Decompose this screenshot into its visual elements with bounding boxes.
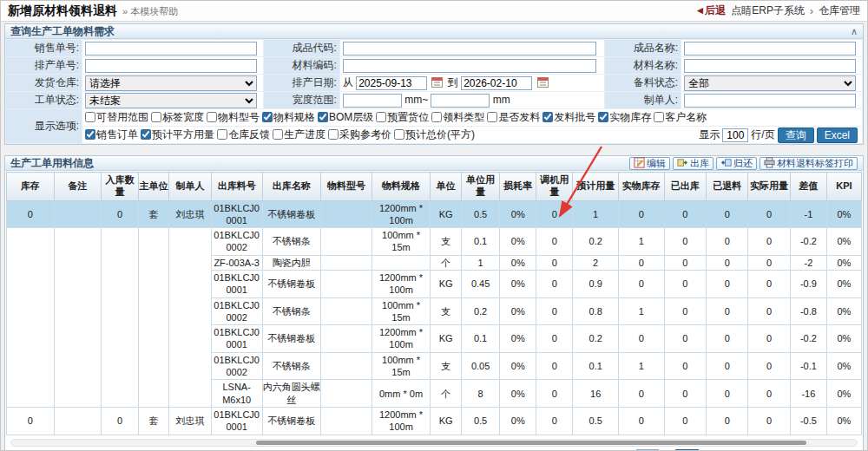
cell-inbound-qty: 0 (102, 200, 138, 228)
display-option-10[interactable]: 实物库存 (598, 111, 651, 123)
material-name-input[interactable] (684, 59, 856, 73)
cell-physical-stock: 1 (618, 228, 664, 256)
cell-machine-usage: 0 (536, 200, 573, 228)
cell-maker: 刘忠琪 (169, 407, 211, 435)
prepare-status-select[interactable]: 全部 (684, 75, 856, 91)
display-option-5-checkbox[interactable] (318, 112, 328, 122)
display-option-7[interactable]: 领料类型 (431, 111, 484, 123)
column-header-out-item-code: 出库料号 (211, 173, 262, 201)
cell-unit: 个 (431, 380, 462, 408)
display-option-8-checkbox[interactable] (487, 112, 497, 122)
product-name-input[interactable] (684, 42, 856, 56)
width-max-input[interactable] (431, 94, 490, 108)
display-option-6[interactable]: 预置货位 (376, 111, 429, 123)
date-from-input[interactable] (356, 76, 427, 90)
display-option-1-checkbox[interactable] (85, 112, 95, 122)
sales-order-input[interactable] (85, 42, 257, 56)
cell-loss-rate: 0% (500, 228, 536, 256)
calendar-icon[interactable] (537, 76, 549, 90)
module-help-link[interactable]: » 本模块帮助 (122, 5, 178, 18)
cell-loss-rate: 0% (500, 297, 536, 325)
page-size-input[interactable] (722, 128, 748, 142)
material-code-input[interactable] (343, 59, 596, 73)
display-option-b-4[interactable]: 生产进度 (273, 128, 326, 141)
schedule-order-input[interactable] (85, 59, 257, 73)
cell-kpi: 0% (826, 380, 861, 408)
cell-difference: -2 (790, 255, 826, 270)
search-button[interactable]: 查询 (778, 127, 814, 143)
cell-outbound-qty: 0 (664, 407, 706, 435)
width-min-input[interactable] (343, 94, 402, 108)
edit-button[interactable]: 编辑 (629, 157, 670, 170)
display-option-b-1-checkbox[interactable] (85, 129, 95, 140)
display-option-b-5-checkbox[interactable] (328, 129, 339, 140)
display-option-8[interactable]: 是否发料 (487, 111, 540, 123)
material-name-label: 材料名称: (605, 57, 681, 75)
display-option-b-3-checkbox[interactable] (217, 129, 227, 140)
display-option-2-checkbox[interactable] (151, 112, 161, 122)
display-option-9-checkbox[interactable] (542, 112, 553, 122)
display-option-b-2[interactable]: 预计平方用量 (141, 128, 214, 141)
display-option-2[interactable]: 标签宽度 (151, 111, 204, 123)
cell-kpi: 0% (826, 200, 861, 228)
cell-out-item-name: 陶瓷内胆 (262, 255, 320, 270)
collapse-icon[interactable]: ∧ (851, 26, 858, 37)
display-option-3[interactable]: 物料型号 (207, 111, 260, 123)
display-option-7-checkbox[interactable] (431, 112, 442, 122)
display-option-b-5[interactable]: 采购参考价 (328, 128, 391, 141)
column-header-machine-usage: 调机用量 (536, 173, 573, 201)
cell-unit: 个 (431, 255, 462, 270)
display-option-b-6-checkbox[interactable] (394, 129, 404, 140)
display-option-1[interactable]: 可替用范围 (85, 111, 148, 123)
breadcrumb-app[interactable]: 点睛ERP子系统 (731, 3, 805, 18)
cell-unit: 支 (431, 297, 462, 325)
return-button[interactable]: 归还 (716, 157, 757, 170)
table-row-2[interactable]: 01BKLCJ00002不锈钢条100mm * 15m支0.10%00.2100… (7, 228, 862, 256)
display-option-10-checkbox[interactable] (598, 112, 608, 122)
excel-button[interactable]: Excel (817, 127, 858, 143)
table-row-9[interactable]: 00套刘忠琪01BKLCJ00001不锈钢卷板1200mm * 100mKG0.… (7, 407, 862, 435)
calendar-icon[interactable] (431, 76, 443, 90)
print-label-button[interactable]: 材料退料标签打印 (760, 157, 858, 170)
cell-machine-usage: 0 (536, 407, 573, 435)
scrollbar-thumb[interactable] (256, 441, 806, 445)
cell-outbound-qty: 0 (664, 352, 706, 380)
display-option-b-4-checkbox[interactable] (273, 129, 283, 140)
display-option-3-checkbox[interactable] (207, 112, 217, 122)
date-from-prefix: 从 (343, 76, 353, 88)
cell-main-unit: 套 (138, 200, 169, 228)
column-header-physical-stock: 实物库存 (618, 173, 664, 201)
ship-warehouse-select[interactable]: 请选择 (85, 75, 257, 91)
cell-maker-empty (169, 228, 211, 408)
product-code-input[interactable] (343, 42, 596, 56)
cell-unit-usage: 0.1 (462, 325, 500, 353)
breadcrumb-module[interactable]: 仓库管理 (819, 3, 860, 18)
display-option-11[interactable]: 客户名称 (654, 111, 707, 123)
display-option-4[interactable]: 物料规格 (262, 111, 315, 123)
result-panel-header: 生产工单用料信息 编辑 出库 归还 材料退料标签打印 (5, 156, 863, 171)
display-option-b-6[interactable]: 预计总价(平方) (394, 128, 475, 141)
display-option-6-checkbox[interactable] (376, 112, 386, 122)
display-option-5[interactable]: BOM层级 (318, 111, 373, 123)
outbound-button[interactable]: 出库 (673, 157, 713, 170)
date-to-input[interactable] (461, 76, 532, 90)
cell-kpi: 0% (826, 297, 861, 325)
horizontal-scrollbar[interactable] (10, 439, 858, 447)
cell-out-item-code: 01BKLCJ00001 (211, 200, 262, 228)
cell-returned-qty: 0 (707, 352, 748, 380)
display-option-b-1[interactable]: 销售订单 (85, 128, 138, 141)
cell-remark-empty (54, 228, 102, 408)
column-header-planned-usage: 预计用量 (573, 173, 619, 201)
order-status-select[interactable]: 未结案 (85, 93, 257, 108)
display-option-b-3[interactable]: 仓库反馈 (217, 128, 270, 141)
display-option-9[interactable]: 发料批号 (542, 111, 595, 123)
display-option-11-checkbox[interactable] (654, 112, 664, 122)
product-name-label: 成品名称: (605, 40, 681, 57)
maker-input[interactable] (684, 94, 856, 108)
back-link[interactable]: ◄后退 (694, 3, 726, 18)
cell-unit-usage: 8 (462, 380, 500, 408)
display-option-b-2-checkbox[interactable] (141, 129, 151, 140)
table-row-1[interactable]: 00套刘忠琪01BKLCJ00001不锈钢卷板1200mm * 100mKG0.… (7, 200, 862, 228)
column-header-inbound-qty: 入库数量 (102, 173, 138, 201)
display-option-4-checkbox[interactable] (262, 112, 273, 122)
